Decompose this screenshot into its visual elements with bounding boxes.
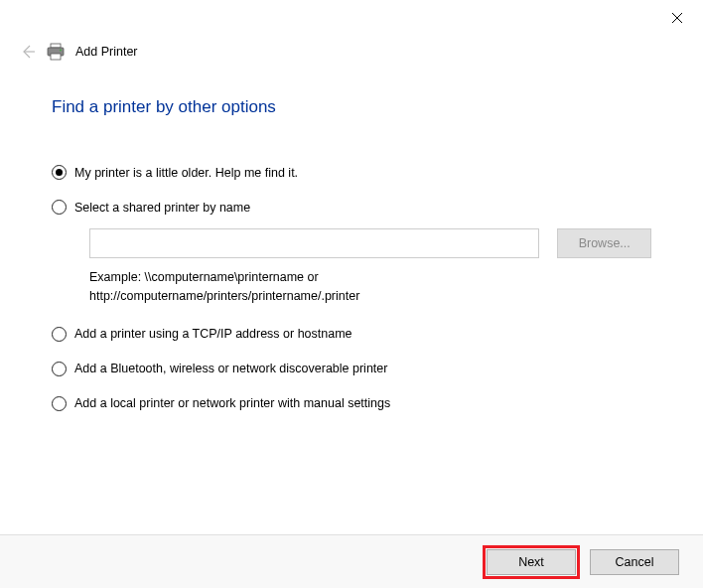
- radio-icon: [52, 362, 67, 376]
- close-button[interactable]: [663, 4, 691, 32]
- printer-icon: [46, 43, 66, 61]
- radio-icon: [52, 200, 67, 215]
- option-shared-printer[interactable]: Select a shared printer by name: [52, 200, 651, 215]
- radio-icon: [52, 327, 67, 342]
- option-local[interactable]: Add a local printer or network printer w…: [52, 396, 651, 411]
- header: Add Printer: [0, 36, 703, 68]
- radio-label: Add a Bluetooth, wireless or network dis…: [74, 362, 387, 375]
- option-tcpip[interactable]: Add a printer using a TCP/IP address or …: [52, 327, 651, 342]
- radio-icon: [52, 396, 67, 411]
- radio-label: Add a printer using a TCP/IP address or …: [74, 327, 352, 341]
- example-text-line1: Example: \\computername\printername or: [89, 268, 651, 287]
- radio-icon: [52, 165, 67, 180]
- option-bluetooth[interactable]: Add a Bluetooth, wireless or network dis…: [52, 362, 651, 376]
- footer: Next Cancel: [0, 534, 703, 588]
- titlebar: [0, 0, 703, 36]
- page-heading: Find a printer by other options: [52, 97, 651, 117]
- browse-button[interactable]: Browse...: [557, 228, 651, 258]
- radio-label: My printer is a little older. Help me fi…: [74, 166, 298, 180]
- svg-rect-3: [51, 44, 61, 48]
- close-icon: [671, 12, 683, 24]
- next-button[interactable]: Next: [487, 549, 576, 575]
- shared-printer-input[interactable]: [89, 228, 539, 258]
- svg-rect-5: [51, 54, 61, 60]
- next-button-highlight: Next: [483, 545, 580, 579]
- back-arrow-icon[interactable]: [20, 44, 36, 60]
- option-older-printer[interactable]: My printer is a little older. Help me fi…: [52, 165, 651, 180]
- radio-label: Add a local printer or network printer w…: [74, 396, 390, 410]
- content-area: Find a printer by other options My print…: [0, 68, 703, 411]
- shared-printer-input-area: Browse... Example: \\computername\printe…: [89, 228, 651, 307]
- cancel-button[interactable]: Cancel: [590, 549, 679, 575]
- example-text-line2: http://computername/printers/printername…: [89, 287, 651, 306]
- radio-label: Select a shared printer by name: [74, 201, 250, 215]
- svg-point-6: [60, 50, 62, 52]
- header-title: Add Printer: [75, 45, 138, 59]
